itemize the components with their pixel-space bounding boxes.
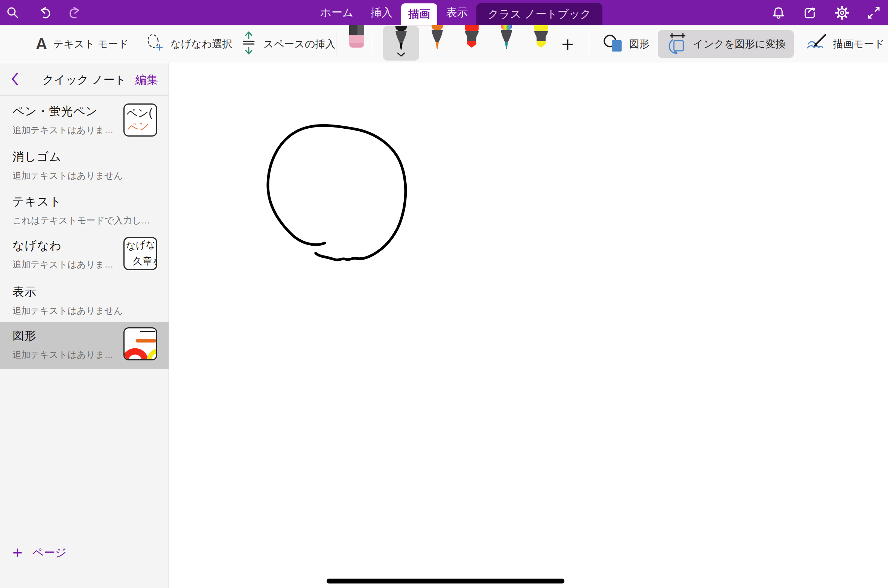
yellow-highlighter-tool[interactable] bbox=[531, 25, 551, 52]
page-subtitle: 追加テキストはありません bbox=[12, 170, 169, 182]
ink-to-shape-button-active[interactable]: インクを図形に変換 bbox=[658, 30, 794, 58]
page-list-sidebar: クイック ノート 編集 ペン・蛍光ペン 追加テキストはありま… ペン( ペン 消… bbox=[0, 63, 169, 588]
top-bar-left-actions bbox=[6, 0, 83, 25]
divider bbox=[589, 33, 589, 55]
lasso-select-button[interactable]: なげなわ選択 bbox=[145, 25, 233, 63]
share-icon[interactable] bbox=[803, 6, 817, 20]
tab-insert-label: 挿入 bbox=[371, 5, 392, 20]
home-indicator[interactable] bbox=[327, 579, 564, 583]
orange-pen-tool[interactable] bbox=[428, 25, 446, 53]
page-item-view[interactable]: 表示 追加テキストはありません bbox=[0, 280, 169, 317]
thumb-ink-text-line2: 久章を bbox=[133, 255, 156, 267]
page-item-text[interactable]: テキスト これはテキストモードで入力し… bbox=[0, 189, 169, 226]
page-thumbnail[interactable] bbox=[123, 327, 157, 360]
top-bar-right-actions bbox=[771, 0, 880, 25]
ribbon-tab-strip: ホーム 挿入 描画 表示 クラス ノートブック bbox=[312, 0, 602, 25]
tab-home-label: ホーム bbox=[320, 5, 353, 20]
tab-home[interactable]: ホーム bbox=[312, 0, 362, 25]
onenote-app-window: ホーム 挿入 描画 表示 クラス ノートブック bbox=[0, 0, 888, 588]
ink-to-shape-icon bbox=[666, 32, 688, 56]
search-icon[interactable] bbox=[6, 6, 20, 20]
divider bbox=[0, 538, 169, 538]
add-page-button[interactable]: + ページ bbox=[12, 544, 67, 561]
page-subtitle: 追加テキストはありません bbox=[12, 305, 169, 317]
tab-draw-label: 描画 bbox=[408, 7, 430, 22]
thumb-ink-text-line1: なげな bbox=[125, 238, 156, 251]
tab-class-notebook[interactable]: クラス ノートブック bbox=[476, 3, 602, 25]
tab-view-label: 表示 bbox=[446, 5, 468, 20]
tab-class-notebook-label: クラス ノートブック bbox=[488, 7, 591, 22]
text-mode-button[interactable]: A テキスト モード bbox=[36, 25, 129, 63]
add-page-label: ページ bbox=[32, 545, 67, 561]
tab-draw-selected[interactable]: 描画 bbox=[401, 3, 437, 25]
add-pen-button[interactable]: + bbox=[561, 25, 574, 63]
ink-layer bbox=[169, 63, 888, 588]
fullscreen-expand-icon[interactable] bbox=[867, 6, 880, 20]
chevron-down-icon bbox=[397, 52, 406, 58]
shape-icon bbox=[603, 33, 623, 55]
undo-icon[interactable] bbox=[37, 6, 51, 20]
top-app-bar: ホーム 挿入 描画 表示 クラス ノートブック bbox=[0, 0, 888, 25]
shape-label: 図形 bbox=[629, 37, 649, 51]
draw-mode-label: 描画モード bbox=[833, 37, 884, 51]
insert-space-button[interactable]: スペースの挿入 bbox=[240, 25, 336, 63]
page-thumbnail[interactable]: なげな 久章を bbox=[123, 237, 157, 270]
divider bbox=[336, 33, 336, 55]
draw-mode-button[interactable]: 描画モード bbox=[805, 25, 884, 63]
plus-icon: + bbox=[12, 544, 23, 561]
drawing-canvas[interactable] bbox=[169, 63, 888, 588]
insert-space-icon bbox=[240, 31, 257, 58]
black-pen-tool-selected[interactable] bbox=[383, 26, 419, 61]
page-thumbnail[interactable]: ペン( ペン bbox=[123, 103, 157, 137]
redo-icon[interactable] bbox=[68, 6, 83, 20]
thumb-ink-text-black: ペン( bbox=[126, 107, 152, 119]
bell-icon[interactable] bbox=[771, 6, 786, 20]
draw-mode-icon bbox=[805, 33, 827, 55]
eraser-tool[interactable] bbox=[347, 25, 366, 50]
tab-insert[interactable]: 挿入 bbox=[362, 0, 401, 25]
sidebar-header: クイック ノート 編集 bbox=[0, 63, 169, 96]
rainbow-pen-tool[interactable] bbox=[497, 25, 515, 53]
page-title: テキスト bbox=[12, 194, 169, 210]
tab-view[interactable]: 表示 bbox=[437, 0, 476, 25]
divider bbox=[372, 33, 372, 55]
page-subtitle: これはテキストモードで入力し… bbox=[12, 214, 169, 226]
ink-to-shape-label: インクを図形に変換 bbox=[693, 37, 786, 51]
thumb-ink-text-orange: ペン bbox=[126, 119, 150, 134]
ink-stroke-circle[interactable] bbox=[268, 125, 406, 260]
page-title: 消しゴム bbox=[12, 149, 169, 165]
insert-space-label: スペースの挿入 bbox=[263, 37, 336, 51]
lasso-label: なげなわ選択 bbox=[170, 37, 233, 51]
text-mode-label: テキスト モード bbox=[53, 37, 128, 51]
shape-button[interactable]: 図形 bbox=[603, 25, 649, 63]
page-title: 表示 bbox=[12, 284, 169, 300]
red-marker-tool[interactable] bbox=[462, 25, 482, 52]
draw-ribbon: A テキスト モード なげなわ選択 スペースの挿入 bbox=[0, 25, 888, 63]
black-pen-icon bbox=[392, 26, 410, 52]
settings-gear-icon[interactable] bbox=[835, 5, 850, 20]
edit-button[interactable]: 編集 bbox=[135, 72, 158, 88]
lasso-icon bbox=[145, 33, 164, 55]
add-pen-plus-glyph: + bbox=[561, 32, 574, 56]
page-item-eraser[interactable]: 消しゴム 追加テキストはありません bbox=[0, 144, 169, 182]
text-mode-icon: A bbox=[36, 36, 47, 52]
